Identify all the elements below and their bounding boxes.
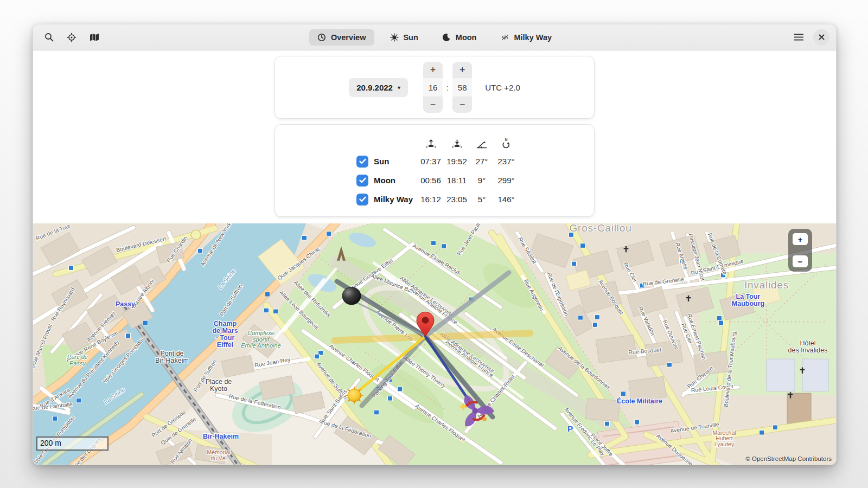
clock-icon	[317, 33, 326, 42]
metro-square-marker	[302, 235, 307, 240]
hour-spinner: + 16 −	[423, 62, 443, 113]
close-button[interactable]	[813, 29, 829, 46]
metro-square-marker	[719, 320, 724, 325]
tab-overview[interactable]: Overview	[309, 29, 374, 46]
metro-square-marker	[327, 232, 331, 236]
hour-decrement-button[interactable]: −	[423, 97, 443, 113]
date-dropdown[interactable]: 20.9.2022 ▾	[349, 78, 408, 97]
milky-way-checkbox[interactable]	[356, 194, 368, 206]
sun-marker	[344, 386, 364, 404]
datetime-card: 20.9.2022 ▾ + 16 − : + 58 − UTC +2.0	[275, 56, 595, 119]
search-button[interactable]	[40, 28, 58, 47]
tab-label: Overview	[331, 33, 366, 42]
milky-way-altitude: 5°	[468, 190, 495, 209]
metro-square-marker	[388, 396, 393, 401]
tab-milky-way[interactable]: Milky Way	[492, 29, 560, 46]
metro-square-marker	[442, 244, 446, 249]
metro-square-marker	[578, 316, 583, 320]
altitude-icon	[468, 131, 495, 152]
metro-square-marker	[621, 391, 626, 396]
map-scale-bar: 200 m	[36, 436, 108, 451]
metro-square-marker	[431, 241, 436, 246]
metro-square-marker	[265, 292, 270, 297]
date-value: 20.9.2022	[356, 83, 393, 92]
moon-icon	[442, 33, 451, 42]
azimuth-icon: N	[495, 131, 517, 152]
galaxy-icon	[500, 33, 509, 42]
moon-azimuth: 299°	[495, 171, 517, 190]
row-sun-name: Sun	[356, 152, 416, 171]
metro-square-marker	[635, 420, 640, 425]
row-moon-name: Moon	[356, 171, 416, 190]
close-icon	[819, 34, 825, 40]
metro-square-marker	[572, 261, 577, 266]
hamburger-icon	[794, 34, 803, 41]
map-icon	[90, 33, 99, 42]
metro-square-marker	[398, 387, 403, 391]
sun-rise: 07:37	[416, 152, 445, 171]
moon-checkbox[interactable]	[356, 175, 368, 187]
map-view[interactable]: Rue de la TourBoulevard DelessertRue Cha…	[33, 223, 836, 465]
metro-square-marker	[264, 308, 269, 313]
utc-offset: UTC +2.0	[485, 83, 520, 92]
tab-sun[interactable]: Sun	[381, 29, 426, 46]
search-icon	[44, 33, 54, 42]
app-window: Overview Sun Moon Milky Way	[33, 24, 837, 465]
minute-value[interactable]: 58	[452, 78, 472, 97]
ephemeris-card: N Sun 07:37 19:52 27° 237° Moon 00:56	[275, 124, 595, 217]
map-type-button[interactable]	[85, 28, 104, 47]
header-left-group	[40, 28, 104, 47]
metro-square-marker	[760, 430, 764, 435]
header-bar: Overview Sun Moon Milky Way	[33, 24, 836, 50]
locate-button[interactable]	[62, 28, 81, 47]
map-label: P	[567, 424, 573, 433]
moon-rise: 00:56	[416, 171, 445, 190]
metro-square-marker	[717, 316, 722, 320]
moon-altitude: 9°	[468, 171, 495, 190]
minute-decrement-button[interactable]: −	[452, 97, 472, 113]
milky-way-rise: 16:12	[416, 190, 445, 209]
map-label: Invalides	[744, 280, 789, 291]
map-canvas[interactable]: Rue de la TourBoulevard DelessertRue Cha…	[33, 223, 836, 465]
map-label: La TourMaubourg	[732, 293, 764, 308]
map-label: Gros-Caillou	[569, 223, 631, 234]
chevron-down-icon: ▾	[398, 85, 400, 91]
svg-text:N: N	[505, 138, 508, 142]
zoom-in-button[interactable]: +	[793, 233, 808, 245]
zoom-divider	[788, 250, 812, 251]
milky-way-azimuth: 146°	[495, 190, 517, 209]
sun-set: 19:52	[445, 152, 468, 171]
tab-label: Milky Way	[514, 33, 552, 42]
minute-spinner: + 58 −	[452, 62, 472, 113]
map-attribution: © OpenStreetMap Contributors	[745, 455, 832, 462]
time-separator: :	[446, 83, 449, 92]
moon-marker	[342, 287, 361, 304]
moon-set: 18:11	[445, 171, 468, 190]
set-icon	[445, 131, 468, 152]
minute-increment-button[interactable]: +	[452, 62, 472, 78]
metro-square-marker	[143, 320, 148, 325]
sun-checkbox[interactable]	[356, 156, 368, 168]
view-switcher: Overview Sun Moon Milky Way	[309, 24, 560, 50]
metro-square-marker	[76, 398, 81, 403]
map-label: Bir-Hakeim	[203, 433, 239, 441]
tab-moon[interactable]: Moon	[434, 29, 485, 46]
empty-header-cell	[356, 131, 416, 152]
map-label: École Militaire	[617, 397, 662, 406]
hour-value[interactable]: 16	[423, 78, 443, 97]
milky-way-set: 23:05	[445, 190, 468, 209]
metro-square-marker	[126, 333, 131, 338]
sun-altitude: 27°	[468, 152, 495, 171]
metro-square-marker	[273, 309, 278, 314]
zoom-out-button[interactable]: −	[793, 255, 808, 267]
metro-square-marker	[580, 243, 585, 248]
sun-icon	[390, 33, 398, 42]
menu-button[interactable]	[789, 28, 808, 47]
map-label: Parc dePassy	[67, 354, 88, 366]
row-milky-way-name: Milky Way	[356, 190, 416, 209]
header-right-group	[789, 28, 829, 47]
metro-square-marker	[605, 421, 610, 426]
tab-label: Sun	[403, 33, 418, 42]
hour-increment-button[interactable]: +	[423, 62, 443, 78]
metro-square-marker	[667, 362, 672, 367]
